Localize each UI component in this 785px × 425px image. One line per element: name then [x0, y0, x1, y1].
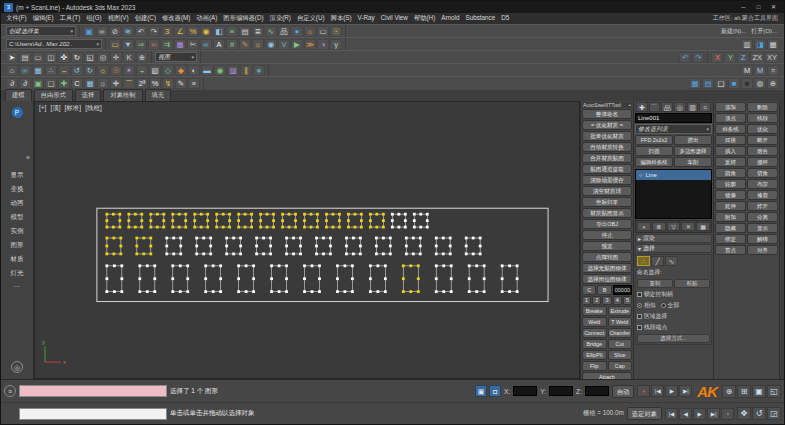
spline-tool-显示[interactable]: 显示 — [747, 223, 778, 233]
array-icon[interactable]: ▦ — [32, 65, 44, 76]
unwrap-icon[interactable]: ▢ — [45, 78, 57, 89]
zoom-icon[interactable]: ⊕ — [722, 385, 736, 398]
motion-tab-icon[interactable]: ◎ — [674, 102, 686, 112]
script-mini-c-button[interactable]: C — [582, 285, 596, 295]
track-bar-icon[interactable]: ▥ — [741, 39, 753, 50]
paste-button[interactable]: 粘贴 — [674, 279, 710, 288]
lock-handles-checkbox[interactable]: 锁定控制柄 — [637, 290, 710, 299]
power-tool-icon[interactable]: 2³ — [136, 78, 148, 89]
cloth-icon[interactable]: ▨ — [227, 65, 239, 76]
spline-tool-切角[interactable]: 切角 — [747, 168, 778, 178]
script-counter-field[interactable]: 00000 — [613, 285, 632, 295]
modifier-list-dropdown[interactable]: 修改器列表▾ — [635, 124, 712, 134]
make-unique-icon[interactable]: ▽ — [667, 222, 681, 231]
menu-item-9[interactable]: 渲染(R) — [267, 14, 294, 21]
crosshair-icon[interactable]: ✛ — [110, 78, 122, 89]
scene-explorer-icon[interactable]: ≣ — [252, 26, 264, 37]
poly-button-Chamfer[interactable]: Chamfer — [608, 328, 633, 338]
snap-toggle-icon[interactable]: 3 — [161, 26, 173, 37]
script-button-4[interactable]: 合并材质贴图 — [582, 153, 632, 163]
settings-gear-icon[interactable]: ☼ — [97, 78, 109, 89]
viewport[interactable]: [+] [顶] [标准] [线框] xy — [34, 101, 580, 379]
display-tab-icon[interactable]: ▥ — [687, 102, 699, 112]
quick-align-icon[interactable]: ↯ — [162, 78, 174, 89]
menu-item-10[interactable]: 自定义(U) — [294, 14, 328, 21]
stack-visibility-icon[interactable]: ☼ — [638, 172, 644, 178]
color-correct-icon[interactable]: ◑ — [317, 39, 329, 50]
coord-x-field[interactable] — [513, 386, 537, 396]
sidebar-item-1[interactable]: 变换 — [11, 185, 24, 194]
zoom-region-icon[interactable]: ◱ — [767, 385, 781, 398]
spline-tool-样条线[interactable]: 样条线 — [715, 124, 746, 134]
script-button-10[interactable]: 导出OBJ — [582, 219, 632, 229]
spline-mode-icon[interactable]: ∿ — [665, 256, 678, 266]
zoom-all-icon[interactable]: ⊞ — [737, 385, 751, 398]
menu-item-0[interactable]: 文件(F) — [3, 14, 30, 21]
spline-tool-顶点[interactable]: 顶点 — [715, 113, 746, 123]
archive-icon[interactable]: ▦ — [174, 39, 186, 50]
modifier-stack[interactable]: ☼ Line — [635, 169, 712, 219]
script-button-11[interactable]: 停止 — [582, 230, 632, 240]
menu-item-15[interactable]: Arnold — [438, 14, 462, 21]
viewport-menu-general[interactable]: [+] — [39, 104, 46, 113]
menu-item-3[interactable]: 组(G) — [83, 14, 104, 21]
workspace-selector[interactable]: 工作区: alt.聚合工具界面 — [713, 14, 782, 23]
isolate-selection-icon[interactable]: ▣ — [475, 385, 487, 397]
light-lister-icon[interactable]: ☼ — [252, 39, 264, 50]
toolbar-text-0[interactable]: 新建(N)... — [719, 27, 748, 36]
swatch-dark-icon[interactable]: ■ — [741, 78, 753, 89]
play-icon[interactable]: ▶ — [665, 385, 678, 397]
ribbon-tab-0[interactable]: 建模 — [5, 89, 32, 101]
script-button-6[interactable]: 清除场景缓存 — [582, 175, 632, 185]
spline-tool-添加[interactable]: 添加 — [715, 102, 746, 112]
area-selection-checkbox[interactable]: 区域选择 — [637, 312, 710, 321]
reference-coordinate-combo[interactable]: 视图▾ — [155, 52, 197, 62]
sidebar-more[interactable]: ··· — [14, 283, 21, 290]
mirror-icon[interactable]: ◧ — [213, 26, 225, 37]
poly-button-Flip[interactable]: Flip — [582, 361, 607, 371]
prune-scene-icon[interactable]: ✂ — [187, 39, 199, 50]
plugin-badge-icon[interactable]: P — [12, 107, 23, 118]
poly-button-Cut[interactable]: Cut — [608, 339, 633, 349]
spline-tool-焊接[interactable]: 焊接 — [715, 135, 746, 145]
spline-tool-首点[interactable]: 首点 — [715, 245, 746, 255]
named-selection-combo[interactable]: 创建选择集▾ — [6, 26, 76, 36]
object-name-field[interactable]: Line001 — [635, 113, 712, 123]
folder-icon[interactable]: ▭ — [109, 39, 121, 50]
spline-tool-线段[interactable]: 线段 — [747, 113, 778, 123]
render-production-icon[interactable]: ☉ — [330, 26, 342, 37]
script-mini-b-button[interactable]: B — [597, 285, 611, 295]
quick-modifier-FFD 2x2x2[interactable]: FFD 2x2x2 — [635, 135, 673, 145]
select-and-rotate-icon[interactable]: ↻ — [71, 52, 83, 63]
poly-button-Breake[interactable]: Breake — [582, 306, 607, 316]
show-end-result-icon[interactable]: ≣ — [652, 222, 666, 231]
script-button-8[interactable]: 坐标归零 — [582, 197, 632, 207]
pin-icon[interactable]: ▪ — [629, 102, 631, 108]
coord-z-field[interactable] — [585, 386, 609, 396]
goto-end-icon[interactable]: ▶| — [707, 408, 720, 420]
menu-item-6[interactable]: 修改器(M) — [159, 14, 193, 21]
select-and-manipulate-icon[interactable]: ✛ — [110, 52, 122, 63]
spline-tool-插入[interactable]: 插入 — [715, 146, 746, 156]
poly-button-T Weld[interactable]: T Weld — [608, 317, 633, 327]
dynamics-icon[interactable]: ◉ — [214, 65, 226, 76]
listener-output-line[interactable] — [19, 408, 167, 420]
spline-tool-分离[interactable]: 分离 — [747, 212, 778, 222]
maximize-icon[interactable]: □ — [751, 2, 766, 12]
daylight-icon[interactable]: ☉ — [110, 65, 122, 76]
radiosity-icon[interactable]: ◆ — [175, 65, 187, 76]
script-button-12[interactable]: 预览 — [582, 241, 632, 251]
maxscript-mini-icon[interactable]: ≡ — [4, 385, 16, 397]
menu-item-17[interactable]: D5 — [498, 14, 512, 21]
spacing-tool-icon[interactable]: ∴ — [45, 65, 57, 76]
home-grid-icon[interactable]: ⌂ — [6, 65, 18, 76]
sunlight-icon[interactable]: ☼ — [97, 65, 109, 76]
poly-button-Slice[interactable]: Slice — [608, 350, 633, 360]
round-bg-icon[interactable]: ◍ — [754, 78, 766, 89]
select-by-name-icon[interactable]: ▤ — [19, 52, 31, 63]
remove-modifier-icon[interactable]: ✕ — [681, 222, 695, 231]
redo-view-icon[interactable]: ↷ — [692, 52, 704, 63]
spline-tool-熔合[interactable]: 熔合 — [747, 146, 778, 156]
spline-tool-断开[interactable]: 断开 — [747, 135, 778, 145]
rollout-selection[interactable]: ▾ 选择 — [635, 244, 712, 253]
